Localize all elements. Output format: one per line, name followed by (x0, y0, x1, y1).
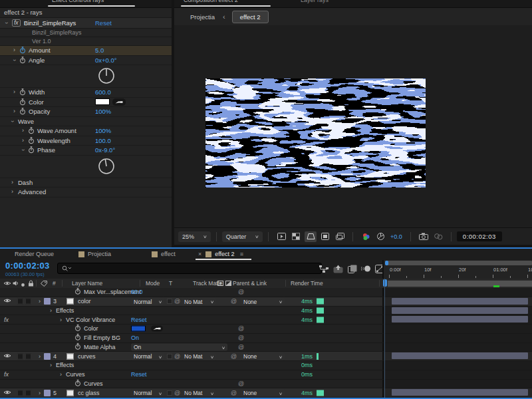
timeline-row-curves[interactable]: fx›CurvesReset0ms (0, 370, 532, 380)
timeline-horizontal-scrollbar[interactable] (385, 261, 532, 265)
track-area[interactable] (382, 361, 532, 370)
audio-toggle[interactable] (17, 299, 23, 305)
parent-link-column[interactable]: Parent & Link (233, 280, 267, 287)
visibility-eye-icon[interactable] (3, 390, 11, 396)
stopwatch-icon[interactable] (28, 127, 35, 134)
track-area[interactable] (382, 325, 532, 333)
chevron-right-icon[interactable]: › (11, 108, 17, 114)
breadcrumb-back-icon[interactable]: ‹ (223, 13, 225, 21)
layer-duration-bar[interactable] (392, 389, 528, 396)
composition-viewport[interactable] (174, 25, 532, 228)
track-area[interactable] (382, 388, 532, 397)
composition-flowchart-icon[interactable] (319, 263, 330, 274)
mask-visibility-icon[interactable] (305, 231, 317, 242)
playhead-top-marker[interactable] (385, 261, 388, 265)
preview-cursor-icon[interactable] (275, 231, 287, 242)
eyedropper-icon[interactable] (151, 326, 163, 332)
guides-options-icon[interactable] (334, 231, 346, 242)
angle-dial[interactable] (0, 156, 172, 178)
effect-row-wave-amount[interactable]: ›Wave Amount100% (0, 126, 172, 136)
stopwatch-icon[interactable] (19, 88, 26, 96)
property-value[interactable]: 0x-9.0° (95, 146, 115, 154)
chevron-down-icon[interactable]: › (58, 317, 64, 323)
effect-header-row[interactable]: › fx Binzil_SimpleRays Reset (0, 18, 172, 29)
pick-whip-icon[interactable]: @ (238, 380, 244, 387)
timeline-tab-projectia[interactable]: Projectia (78, 251, 111, 257)
chevron-down-icon[interactable]: › (37, 353, 43, 359)
track-area[interactable] (382, 343, 532, 352)
layer-name[interactable]: cc glass (78, 390, 100, 396)
effect-row-opacity[interactable]: ›Opacity100% (0, 107, 172, 117)
stopwatch-icon[interactable] (19, 47, 26, 54)
pick-whip-icon[interactable]: @ (238, 325, 244, 332)
layer-name[interactable]: curves (78, 353, 96, 360)
stopwatch-icon[interactable] (28, 146, 35, 154)
layer-row-curves[interactable]: ›4curvesNormal∨@No Mat∨@None∨1ms (0, 352, 532, 361)
audio-toggle[interactable] (17, 390, 23, 396)
draft-3d-icon[interactable] (332, 263, 344, 274)
blend-mode-dropdown[interactable]: Normal∨ (131, 352, 164, 360)
timeline-row-vc-color-vibrance[interactable]: fx›VC Color VibranceReset4ms (0, 315, 532, 325)
timeline-row-effects[interactable]: ›Effects4ms (0, 307, 532, 316)
viewer-timecode[interactable]: 0:00:02:03 (457, 231, 502, 241)
chevron-down-icon[interactable]: › (58, 372, 64, 378)
playhead-handle[interactable] (383, 279, 387, 287)
effect-row-amount[interactable]: ›Amount5.0 (0, 46, 172, 56)
render-time-column[interactable]: Render Time (291, 280, 323, 287)
effect-row-angle[interactable]: ›Angle0x+0.0° (0, 56, 172, 66)
pick-whip-icon[interactable]: @ (174, 390, 180, 396)
property-value[interactable]: 5.0 (95, 47, 104, 54)
timeline-row-effects[interactable]: ›Effects0ms (0, 361, 532, 370)
track-matte-dropdown[interactable]: No Mat∨ (182, 352, 216, 360)
effect-row-width[interactable]: ›Width600.0 (0, 88, 172, 98)
chevron-right-icon[interactable]: › (9, 180, 15, 186)
tab-composition[interactable]: Composition effect 2 (184, 0, 238, 3)
timeline-tab-effect[interactable]: effect (152, 251, 176, 257)
stopwatch-icon[interactable] (19, 57, 26, 64)
track-area[interactable] (382, 315, 532, 324)
chevron-down-icon[interactable]: › (48, 362, 54, 368)
chevron-down-icon[interactable]: › (9, 118, 15, 124)
chevron-down-icon[interactable]: › (20, 147, 26, 153)
blend-mode-dropdown[interactable]: Normal∨ (131, 298, 164, 305)
layer-label-color[interactable] (44, 353, 51, 360)
show-channels-icon[interactable] (360, 231, 372, 242)
property-value[interactable]: 600.0 (95, 88, 111, 96)
pick-whip-icon[interactable]: @ (231, 390, 237, 396)
effect-row-phase[interactable]: ›Phase0x-9.0° (0, 146, 172, 156)
layer-name[interactable]: color (78, 298, 91, 305)
stopwatch-icon[interactable] (74, 334, 81, 342)
effect-row-color[interactable]: Color (0, 98, 172, 108)
stopwatch-icon[interactable] (19, 98, 26, 106)
chevron-down-icon[interactable]: › (48, 307, 54, 313)
layer-duration-bar[interactable] (392, 298, 528, 305)
effect-row-wave[interactable]: ›Wave (0, 117, 172, 127)
parent-link-dropdown[interactable]: None∨ (241, 352, 285, 360)
breadcrumb-current-button[interactable]: effect 2 (232, 11, 269, 23)
pick-whip-icon[interactable]: @ (238, 344, 244, 350)
stopwatch-icon[interactable] (28, 137, 35, 144)
tab-effect-controls[interactable]: Effect Controls rays (52, 0, 104, 3)
work-area-bar[interactable] (388, 280, 532, 287)
magnification-dropdown[interactable]: 25% ∨ (178, 231, 211, 242)
effect-row-advanced[interactable]: ›Advanced (0, 188, 172, 198)
property-select-dropdown[interactable]: On∨ (131, 343, 227, 350)
pick-whip-icon[interactable]: @ (238, 334, 244, 341)
effect-row-dash[interactable]: ›Dash (0, 178, 172, 188)
stopwatch-icon[interactable] (74, 379, 81, 388)
panel-menu-icon[interactable]: ≡ (240, 251, 243, 257)
layer-label-color[interactable] (44, 298, 51, 305)
mode-column[interactable]: Mode (146, 280, 160, 287)
time-ruler[interactable]: 0:00f10f20f01:00f10f (382, 260, 532, 279)
stopwatch-icon[interactable] (74, 325, 81, 333)
solo-toggle[interactable] (25, 390, 31, 396)
reset-button[interactable]: Reset (95, 19, 112, 27)
eyedropper-icon[interactable] (112, 98, 126, 106)
chevron-right-icon[interactable]: › (9, 189, 15, 195)
property-value[interactable]: 100.0 (95, 137, 111, 144)
preserve-transparency-toggle[interactable] (167, 354, 172, 359)
visibility-eye-icon[interactable] (3, 298, 11, 305)
blend-mode-dropdown[interactable]: Normal∨ (131, 389, 164, 396)
resolution-dropdown[interactable]: Quarter ∨ (222, 231, 263, 242)
track-area[interactable] (382, 334, 532, 342)
